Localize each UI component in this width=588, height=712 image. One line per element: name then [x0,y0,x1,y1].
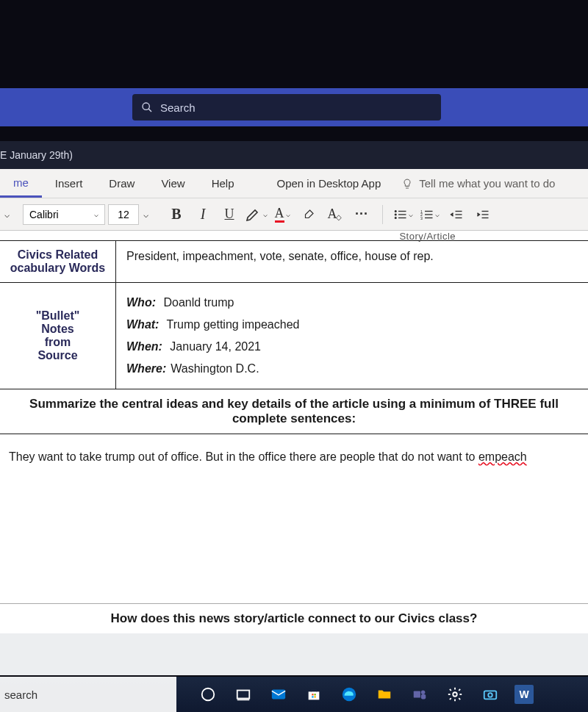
cortana-button[interactable] [197,683,219,705]
tell-me-search[interactable]: Tell me what you want to do [401,177,555,190]
tab-view[interactable]: View [148,169,198,198]
tab-insert[interactable]: Insert [42,169,96,198]
document-canvas[interactable]: Story/Article Civics Related ocabulary W… [0,231,588,675]
font-color-label: A [275,206,284,223]
tab-home[interactable]: me [0,169,42,198]
chevron-down-icon[interactable]: ⌵ [143,209,148,220]
camera-app[interactable] [479,683,501,705]
mail-app[interactable] [268,683,290,705]
what-value: Trump getting impeached [167,318,300,331]
outdent-icon [450,209,463,220]
vocab-label-line1: Civics Related [6,248,110,262]
svg-text:3: 3 [420,215,423,219]
svg-point-0 [143,103,149,109]
increase-indent-button[interactable] [471,203,495,226]
font-family-value: Calibri [29,209,59,220]
global-search[interactable]: Search [132,94,441,121]
chevron-down-icon: ⌵ [409,210,413,218]
gear-icon [447,686,463,702]
numbered-list-button[interactable]: 123⌵ [418,203,442,226]
camera-icon [482,686,498,702]
decrease-indent-button[interactable] [445,203,468,226]
chevron-down-icon: ⌵ [435,210,440,218]
svg-line-1 [148,109,151,112]
indent-icon [476,209,490,220]
highlighter-icon [244,206,262,223]
svg-point-33 [453,692,457,697]
svg-rect-21 [237,691,250,699]
notes-label-line1: "Bullet" [6,309,110,323]
what-label: What: [126,318,159,331]
who-value: Doanld trump [163,296,234,309]
underline-button[interactable]: U [218,203,241,226]
clear-formatting-button[interactable]: A◇ [323,203,347,226]
explorer-app[interactable] [373,683,395,705]
svg-rect-32 [421,694,426,699]
taskbar-search[interactable]: search [0,677,176,712]
notes-label-line4: Source [6,349,110,362]
lightbulb-icon [401,178,413,190]
notes-content[interactable]: Who: Doanld trump What: Trump getting im… [116,283,588,389]
taskbar-search-text: search [4,688,37,701]
svg-point-35 [488,693,492,697]
summary-body[interactable]: They want to take trump out of office. B… [0,434,588,603]
svg-rect-27 [312,696,313,697]
svg-point-6 [395,217,396,218]
font-size-value: 12 [118,209,129,220]
search-icon [141,101,153,113]
highlight-button[interactable]: ⌵ [244,203,268,226]
svg-rect-34 [484,691,497,699]
tab-draw[interactable]: Draw [96,169,148,198]
connect-heading: How does this news story/article connect… [0,603,588,633]
chevron-down-icon: ⌵ [94,210,98,218]
vocab-row: Civics Related ocabulary Words President… [0,241,588,283]
svg-point-31 [421,691,426,695]
bold-button[interactable]: B [165,203,188,226]
svg-point-4 [395,214,396,215]
eraser-icon: ◇ [336,213,342,221]
svg-rect-24 [309,691,320,700]
tell-me-label: Tell me what you want to do [419,177,555,190]
word-app[interactable]: W [514,685,534,704]
svg-rect-26 [314,694,315,695]
bullet-list-button[interactable]: ⌵ [392,203,415,226]
who-label: Who: [126,296,156,309]
when-label: When: [126,340,162,353]
tab-help[interactable]: Help [198,169,248,198]
task-view-button[interactable] [232,683,254,705]
numbered-list-icon: 123 [420,209,434,220]
svg-point-2 [395,210,396,212]
svg-rect-23 [272,690,285,700]
open-in-desktop-button[interactable]: Open in Desktop App [276,177,381,190]
font-color-button[interactable]: A⌵ [270,203,294,226]
document-tab-bar: E January 29th) [0,141,588,169]
teams-app[interactable] [409,683,431,705]
paint-brush-icon [302,208,315,221]
svg-rect-28 [314,696,315,697]
vocab-label: Civics Related ocabulary Words [0,241,116,282]
chevron-down-icon[interactable]: ⌵ [4,209,10,220]
svg-rect-25 [312,694,313,695]
edge-icon [341,686,357,702]
bullet-list-icon [394,209,407,220]
spelling-error[interactable]: empeach [478,450,527,463]
italic-button[interactable]: I [191,203,215,226]
search-placeholder: Search [160,101,196,114]
document-page[interactable]: Story/Article Civics Related ocabulary W… [0,231,588,633]
svg-point-20 [202,688,215,701]
format-painter-button[interactable] [297,203,320,226]
font-size-select[interactable]: 12 [108,204,139,225]
store-app[interactable] [303,683,325,705]
cutoff-text: Story/Article [399,231,456,242]
windows-taskbar: search W [0,677,588,712]
folder-icon [376,686,392,702]
more-options-button[interactable]: ··· [350,203,373,226]
teams-icon [412,686,428,702]
notes-label: "Bullet" Notes from Source [0,283,116,389]
font-family-select[interactable]: Calibri ⌵ [23,204,105,225]
formatting-toolbar: ⌵ Calibri ⌵ 12 ⌵ B I U ⌵ A⌵ A◇ ··· ⌵ 123… [0,198,588,231]
vocab-content[interactable]: President, impeachment, vote, senate, of… [116,241,588,282]
edge-app[interactable] [338,683,360,705]
chevron-down-icon: ⌵ [286,210,290,218]
settings-app[interactable] [444,683,466,705]
